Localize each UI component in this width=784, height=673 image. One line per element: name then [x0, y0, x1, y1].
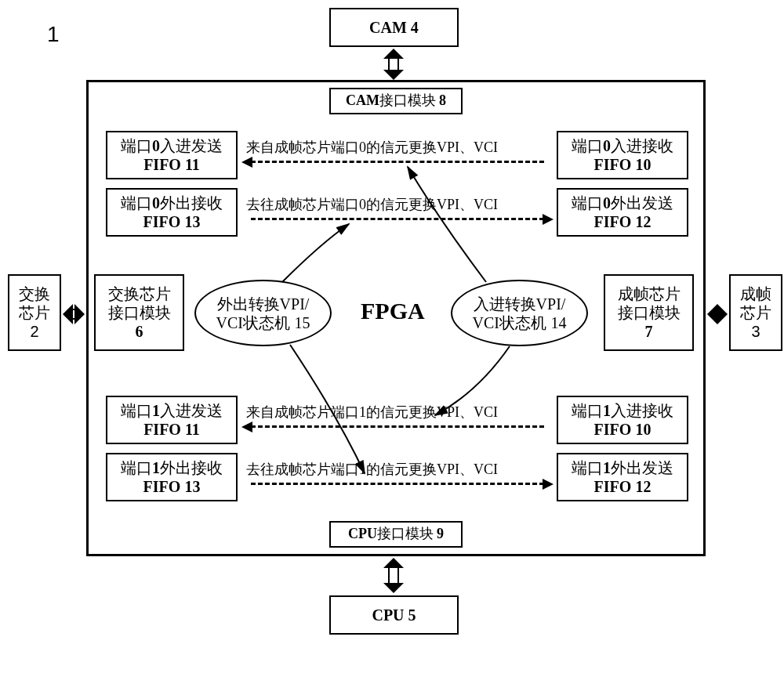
p0-is-n: 0 — [152, 137, 160, 154]
dl1o-v: VPI — [437, 461, 459, 477]
port1-outsend-box: 端口1外出发送 FIFO 12 — [557, 453, 688, 501]
port0-insend-box: 端口0入进发送 FIFO 11 — [106, 131, 238, 179]
smo-n: 15 — [295, 314, 310, 331]
fi-l2: 接口模块 — [618, 303, 681, 322]
ei-n: 6 — [136, 322, 143, 341]
dl1i-mid: 的信元更换 — [366, 404, 437, 420]
dl0i-mid: 的信元更换 — [366, 139, 437, 155]
dl1i-c: VCI — [474, 404, 498, 420]
cam-if-label: 接口模块 — [379, 92, 436, 110]
dashed-label-p1-in: 来自成帧芯片端口1的信元更换VPI、VCI — [246, 403, 498, 422]
p1-or-n: 1 — [152, 459, 160, 476]
dl0o-c: VCI — [474, 197, 498, 212]
p1-is-n: 1 — [152, 402, 160, 419]
smi-vpi: VPI/ — [536, 295, 566, 313]
dl1o-pre: 去往成帧芯片端口 — [246, 461, 359, 477]
p0-is-s: 入进发送 — [160, 137, 223, 154]
p1-os-n: 1 — [603, 459, 611, 476]
dashed-label-p0-in: 来自成帧芯片端口0的信元更换VPI、VCI — [246, 138, 498, 157]
port0-inrecv-box: 端口0入进接收 FIFO 10 — [557, 131, 688, 179]
p0-is-l: 端口 — [121, 137, 152, 154]
cam-if-prefix: CAM — [346, 92, 379, 110]
exchange-interface-box: 交换芯片 接口模块 6 — [94, 274, 184, 351]
port1-inrecv-box: 端口1入进接收 FIFO 10 — [557, 396, 688, 444]
figure-number: 1 — [47, 22, 60, 47]
p1-ir-s: 入进接收 — [611, 402, 673, 419]
port0-outsend-box: 端口0外出发送 FIFO 12 — [557, 188, 688, 237]
dashed-arrow-p1-in — [251, 425, 544, 428]
dl0o-pre: 去往成帧芯片端口 — [246, 197, 359, 212]
arrow-framing — [707, 302, 728, 326]
fc-l1: 成帧 — [740, 284, 771, 303]
dl1o-sep: 、 — [459, 461, 474, 477]
p1-ir-f: FIFO 10 — [594, 420, 652, 439]
dl1o-mid: 的信元更换 — [366, 461, 437, 477]
sm-in-ellipse: 入进转换VPI/ VCI状态机 14 — [451, 280, 588, 346]
dl0i-c: VCI — [474, 139, 498, 155]
smi-n: 14 — [551, 314, 567, 331]
dashed-arrow-p1-out — [251, 483, 544, 485]
cpu-if-prefix: CPU — [348, 526, 377, 543]
ec-l2: 芯片 — [19, 303, 50, 322]
port0-outrecv-box: 端口0外出接收 FIFO 13 — [106, 188, 238, 237]
fpga-label: FPGA — [361, 298, 425, 324]
ec-l1: 交换 — [19, 284, 50, 303]
p1-is-s: 入进发送 — [160, 402, 223, 419]
p0-os-s: 外出发送 — [611, 194, 673, 212]
p1-or-f: FIFO 13 — [143, 477, 201, 496]
dashed-arrow-p0-out — [251, 218, 544, 220]
fi-n: 7 — [645, 322, 653, 341]
p1-or-s: 外出接收 — [160, 459, 223, 476]
fi-l1: 成帧芯片 — [618, 284, 681, 303]
dl0i-v: VPI — [437, 139, 459, 155]
p0-os-l: 端口 — [572, 194, 603, 212]
cam-if-num: 8 — [439, 92, 446, 110]
cam-box: CAM 4 — [329, 8, 459, 47]
p1-os-l: 端口 — [572, 459, 603, 476]
smo-l1: 外出转换 — [217, 295, 280, 313]
cpu-if-num: 9 — [437, 526, 444, 543]
p1-os-f: FIFO 12 — [594, 477, 652, 496]
dl1i-v: VPI — [437, 404, 459, 420]
p0-os-n: 0 — [603, 194, 611, 212]
p1-is-f: FIFO 11 — [143, 420, 200, 439]
framing-chip-box: 成帧 芯片 3 — [729, 274, 782, 351]
cpu-label: CPU 5 — [372, 606, 416, 624]
p0-ir-l: 端口 — [572, 137, 603, 154]
smo-vpi: VPI/ — [280, 295, 310, 313]
p0-or-s: 外出接收 — [160, 194, 223, 212]
dl0o-sep: 、 — [459, 197, 474, 212]
exchange-chip-box: 交换 芯片 2 — [8, 274, 61, 351]
smi-lbl: 状态机 — [499, 314, 546, 331]
smo-l2: VCI — [216, 314, 242, 331]
arrow-exchange — [63, 302, 85, 326]
dl0o-v: VPI — [437, 197, 459, 212]
ei-l1: 交换芯片 — [108, 284, 171, 303]
smi-l2: VCI — [472, 314, 499, 331]
cpu-if-label: 接口模块 — [377, 526, 434, 543]
dl0i-n: 0 — [359, 139, 366, 155]
p1-os-s: 外出发送 — [611, 459, 673, 476]
p1-ir-n: 1 — [603, 402, 611, 419]
ei-l2: 接口模块 — [108, 303, 171, 322]
dashed-arrow-p0-in — [251, 161, 544, 163]
p0-os-f: FIFO 12 — [594, 212, 652, 231]
port1-outrecv-box: 端口1外出接收 FIFO 13 — [106, 453, 238, 501]
sm-out-ellipse: 外出转换VPI/ VCI状态机 15 — [194, 280, 332, 346]
cpu-box: CPU 5 — [329, 595, 459, 635]
p1-is-l: 端口 — [121, 402, 152, 419]
p0-or-n: 0 — [152, 194, 160, 212]
dl1i-pre: 来自成帧芯片端口 — [246, 404, 359, 420]
arrow-cam-fpga — [382, 49, 405, 80]
dl1i-n: 1 — [359, 404, 366, 420]
dl1o-n: 1 — [359, 461, 366, 477]
cpu-interface-box: CPU 接口模块 9 — [329, 521, 463, 548]
dashed-label-p1-out: 去往成帧芯片端口1的信元更换VPI、VCI — [246, 460, 498, 479]
dl1o-c: VCI — [474, 461, 498, 477]
fc-l2: 芯片 — [740, 303, 771, 322]
smi-l1: 入进转换 — [474, 295, 536, 313]
dl0o-n: 0 — [359, 197, 366, 212]
p0-ir-f: FIFO 10 — [594, 155, 652, 174]
cam-label: CAM 4 — [369, 18, 419, 37]
p1-ir-l: 端口 — [572, 402, 603, 419]
